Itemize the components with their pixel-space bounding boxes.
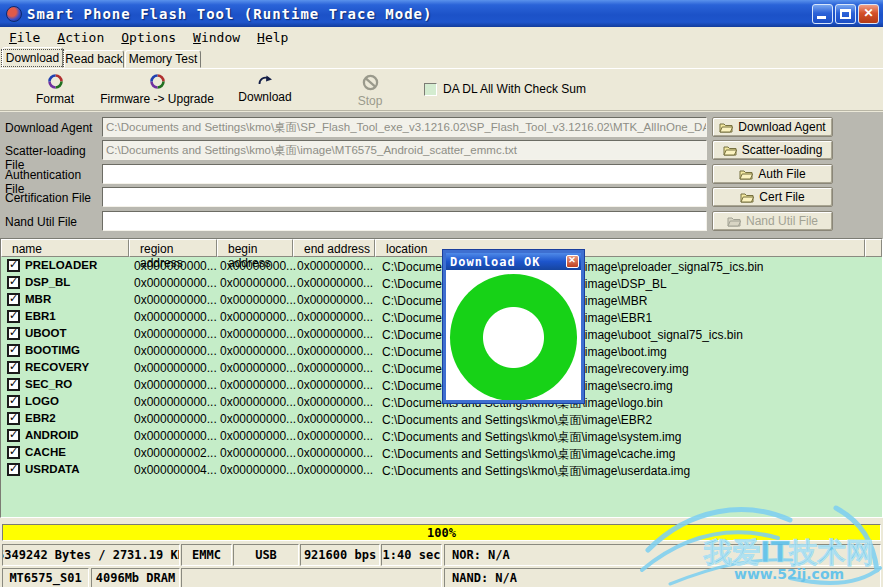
progress-percent: 100% bbox=[3, 526, 880, 540]
download-ok-dialog: Download OK bbox=[443, 250, 584, 403]
row-checkbox[interactable] bbox=[7, 378, 20, 391]
progress-bar: 100% bbox=[2, 524, 881, 541]
download-ok-dialog-titlebar: Download OK bbox=[446, 253, 581, 270]
stop-button[interactable]: Stop bbox=[342, 74, 398, 108]
table-row[interactable]: SEC_RO0x000000000...0x00000000...0x00000… bbox=[1, 376, 882, 393]
menu-file[interactable]: File bbox=[2, 28, 50, 47]
stop-icon bbox=[362, 74, 379, 91]
tab-download[interactable]: Download bbox=[2, 47, 63, 68]
menu-options[interactable]: Options bbox=[114, 28, 186, 47]
tab-read-back[interactable]: Read back bbox=[64, 50, 124, 68]
minimize-icon bbox=[817, 16, 826, 19]
download-agent-field[interactable]: C:\Documents and Settings\kmo\桌面\SP_Flas… bbox=[102, 117, 707, 137]
col-header-name[interactable]: name bbox=[1, 239, 129, 257]
table-row[interactable]: CACHE0x000000002...0x00000000...0x000000… bbox=[1, 444, 882, 461]
cert-file-field[interactable] bbox=[102, 187, 707, 207]
status-chipset: MT6575_S01 bbox=[2, 568, 89, 587]
folder-open-icon bbox=[723, 145, 737, 156]
close-button[interactable] bbox=[858, 4, 879, 24]
col-header-end-address[interactable]: end address bbox=[293, 239, 375, 257]
col-header-region-address[interactable]: region address bbox=[129, 239, 217, 257]
nand-util-browse-button[interactable]: Nand Util File bbox=[712, 211, 833, 231]
download-ok-indicator bbox=[450, 274, 577, 401]
status-nor: NOR: N/A bbox=[444, 544, 881, 566]
row-checkbox[interactable] bbox=[7, 293, 20, 306]
row-checkbox[interactable] bbox=[7, 361, 20, 374]
status-storage-type: EMMC bbox=[181, 544, 232, 566]
table-row[interactable]: UBOOT0x000000000...0x00000000...0x000000… bbox=[1, 325, 882, 342]
format-icon bbox=[48, 74, 63, 89]
menubar: File Action Options Window Help bbox=[0, 27, 883, 47]
table-row[interactable]: PRELOADER0x000000000...0x00000000...0x00… bbox=[1, 257, 882, 274]
app-icon bbox=[6, 6, 22, 22]
firmware-upgrade-icon bbox=[150, 74, 165, 89]
table-row[interactable]: BOOTIMG0x000000000...0x00000000...0x0000… bbox=[1, 342, 882, 359]
row-checkbox[interactable] bbox=[7, 344, 20, 357]
row-checkbox[interactable] bbox=[7, 463, 20, 476]
auth-file-browse-button[interactable]: Auth File bbox=[712, 164, 833, 184]
row-checkbox[interactable] bbox=[7, 446, 20, 459]
menu-help[interactable]: Help bbox=[250, 28, 298, 47]
table-row[interactable]: USRDATA0x000000004...0x00000000...0x0000… bbox=[1, 461, 882, 478]
nand-util-file-field[interactable] bbox=[102, 211, 707, 231]
row-checkbox[interactable] bbox=[7, 395, 20, 408]
cert-file-label: Certification File bbox=[5, 191, 101, 205]
tab-memory-test[interactable]: Memory Test bbox=[125, 50, 201, 68]
dialog-close-button[interactable] bbox=[566, 255, 579, 268]
table-row[interactable]: MBR0x000000000...0x00000000...0x00000000… bbox=[1, 291, 882, 308]
table-row[interactable]: EBR10x000000000...0x00000000...0x0000000… bbox=[1, 308, 882, 325]
row-checkbox[interactable] bbox=[7, 310, 20, 323]
menu-window[interactable]: Window bbox=[186, 28, 250, 47]
folder-open-icon bbox=[727, 216, 741, 227]
download-ok-dialog-title: Download OK bbox=[450, 255, 540, 269]
status-empty-cell bbox=[181, 568, 442, 587]
table-row[interactable]: ANDROID0x000000000...0x00000000...0x0000… bbox=[1, 427, 882, 444]
row-checkbox[interactable] bbox=[7, 259, 20, 272]
partition-table: name region address begin address end ad… bbox=[0, 238, 883, 518]
scatter-loading-browse-button[interactable]: Scatter-loading bbox=[712, 140, 833, 160]
table-row[interactable]: DSP_BL0x000000000...0x00000000...0x00000… bbox=[1, 274, 882, 291]
auth-file-field[interactable] bbox=[102, 164, 707, 184]
status-dram: 4096Mb DRAM bbox=[91, 568, 180, 587]
cert-file-browse-button[interactable]: Cert File bbox=[712, 187, 833, 207]
table-row[interactable]: RECOVERY0x000000000...0x00000000...0x000… bbox=[1, 359, 882, 376]
da-dl-checksum-label: DA DL All With Check Sum bbox=[443, 82, 586, 96]
col-header-begin-address[interactable]: begin address bbox=[217, 239, 293, 257]
col-header-spacer bbox=[865, 239, 882, 257]
row-checkbox[interactable] bbox=[7, 412, 20, 425]
window-title: Smart Phone Flash Tool (Runtime Trace Mo… bbox=[27, 6, 432, 22]
firmware-upgrade-button[interactable]: Firmware -> Upgrade bbox=[100, 74, 214, 106]
download-agent-browse-button[interactable]: Download Agent bbox=[712, 117, 833, 137]
format-button[interactable]: Format bbox=[22, 74, 88, 106]
status-elapsed-time: 1:40 sec bbox=[381, 544, 442, 566]
toolbar: Format Firmware -> Upgrade Download Stop bbox=[0, 69, 883, 111]
download-button[interactable]: Download bbox=[228, 74, 302, 104]
partition-table-body: PRELOADER0x000000000...0x00000000...0x00… bbox=[1, 257, 882, 517]
table-row[interactable]: EBR20x000000000...0x00000000...0x0000000… bbox=[1, 410, 882, 427]
maximize-icon bbox=[840, 9, 851, 19]
download-icon bbox=[257, 74, 274, 87]
status-nand: NAND: N/A bbox=[444, 568, 881, 587]
status-baudrate: 921600 bps bbox=[300, 544, 380, 566]
da-dl-checksum-checkbox[interactable] bbox=[424, 83, 437, 96]
status-port: USB bbox=[233, 544, 299, 566]
nand-util-file-label: Nand Util File bbox=[5, 215, 101, 229]
download-agent-label: Download Agent bbox=[5, 121, 101, 135]
folder-open-icon bbox=[739, 169, 753, 180]
row-checkbox[interactable] bbox=[7, 429, 20, 442]
folder-open-icon bbox=[719, 122, 733, 133]
file-selection-panel: Download Agent Scatter-loading File Auth… bbox=[0, 112, 883, 238]
app-window: Smart Phone Flash Tool (Runtime Trace Mo… bbox=[0, 0, 883, 587]
scatter-file-field[interactable]: C:\Documents and Settings\kmo\桌面\image\M… bbox=[102, 140, 707, 160]
maximize-button[interactable] bbox=[835, 4, 856, 24]
titlebar: Smart Phone Flash Tool (Runtime Trace Mo… bbox=[0, 0, 883, 27]
status-bytes-speed: 215349242 Bytes / 2731.19 KBps bbox=[2, 544, 180, 566]
menu-action[interactable]: Action bbox=[50, 28, 114, 47]
tabbar: Download Read back Memory Test bbox=[0, 47, 883, 68]
minimize-button[interactable] bbox=[812, 4, 833, 24]
folder-open-icon bbox=[740, 192, 754, 203]
da-dl-checksum-row: DA DL All With Check Sum bbox=[424, 82, 586, 96]
row-checkbox[interactable] bbox=[7, 327, 20, 340]
row-checkbox[interactable] bbox=[7, 276, 20, 289]
table-row[interactable]: LOGO0x000000000...0x00000000...0x0000000… bbox=[1, 393, 882, 410]
